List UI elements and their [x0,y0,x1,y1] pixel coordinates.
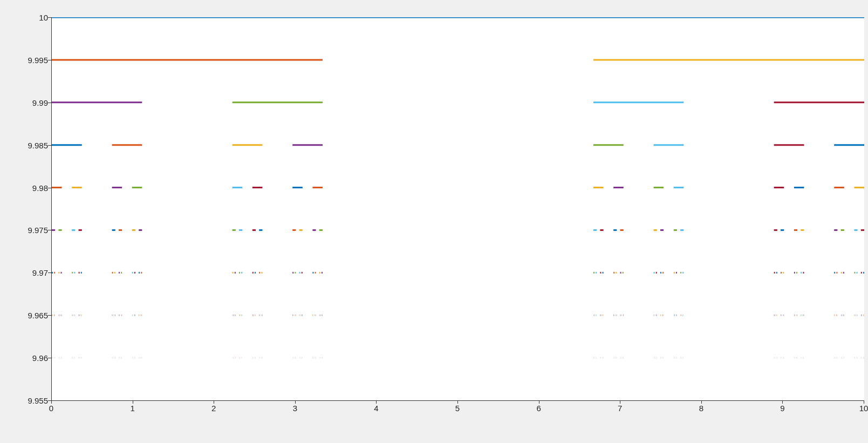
x-tick-label: 0 [49,404,53,413]
y-tick-label: 9.965 [16,311,48,320]
x-tick-label: 4 [374,404,378,413]
y-tick [48,17,51,18]
y-tick-label: 9.985 [16,140,48,149]
y-tick-label: 9.995 [16,55,48,64]
x-tick-label: 6 [536,404,541,413]
x-tick-label: 10 [859,404,868,413]
y-tick [48,272,51,273]
x-tick-label: 8 [699,404,703,413]
x-tick [864,400,864,404]
y-tick-label: 10 [16,13,48,22]
y-tick [48,60,51,60]
y-tick [48,145,51,146]
x-tick-label: 5 [455,404,460,413]
y-tick [48,358,51,358]
x-tick [782,400,783,404]
x-tick-label: 3 [293,404,297,413]
y-tick-label: 9.96 [16,353,48,363]
y-tick [48,315,51,316]
x-tick [295,400,296,404]
y-tick-label: 9.99 [16,98,48,107]
x-tick-label: 9 [780,404,784,413]
y-tick-label: 9.97 [16,268,48,277]
y-tick [48,103,51,103]
y-tick-label: 9.975 [16,226,48,235]
x-tick [457,400,458,404]
x-tick-label: 2 [211,404,216,413]
x-tick [376,400,377,404]
y-tick-label: 9.955 [16,396,48,405]
chart-canvas [52,17,864,400]
x-tick [701,400,702,404]
x-tick [51,400,52,404]
x-tick-label: 1 [130,404,134,413]
x-tick [539,400,539,404]
y-tick [48,188,51,188]
plot-axes [51,17,864,401]
x-tick-label: 7 [618,404,622,413]
y-tick [48,230,51,230]
y-tick-label: 9.98 [16,183,48,192]
x-tick [133,400,133,404]
x-tick [214,400,214,404]
x-tick [620,400,620,404]
